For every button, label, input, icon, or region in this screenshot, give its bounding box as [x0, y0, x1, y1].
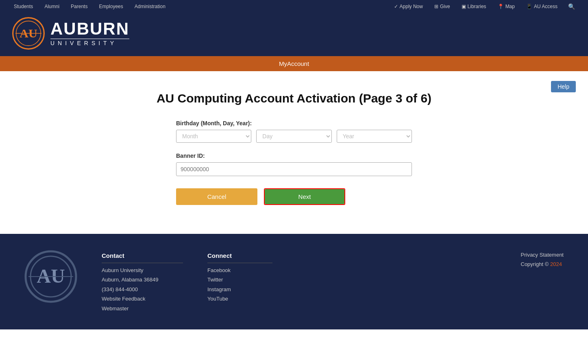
- banner-id-field: Banner ID:: [176, 153, 412, 176]
- footer-contact: Contact Auburn University Auburn, Alabam…: [102, 250, 183, 313]
- nav-map[interactable]: 📍 Map: [492, 0, 520, 13]
- footer-legal: Privacy Statement Copyright © 2024: [521, 250, 564, 269]
- cancel-button[interactable]: Cancel: [176, 188, 257, 205]
- site-header: AU AUBURN UNIVERSITY: [0, 13, 588, 56]
- birthday-day-select[interactable]: Day 12345 678910 1112131415 1617181920 2…: [256, 130, 331, 143]
- nav-give[interactable]: ⊞ Give: [429, 0, 456, 13]
- footer-logo: AU: [24, 250, 77, 304]
- copyright-year: 2024: [550, 261, 562, 267]
- nav-parents[interactable]: Parents: [65, 0, 93, 13]
- checkmark-icon: ✓: [394, 0, 398, 13]
- book-icon: ▣: [462, 0, 466, 13]
- footer-privacy-link[interactable]: Privacy Statement: [521, 250, 564, 259]
- page-title: AU Computing Account Activation (Page 3 …: [16, 92, 572, 105]
- nav-alumni[interactable]: Alumni: [39, 0, 65, 13]
- nav-apply-now[interactable]: ✓ Apply Now: [388, 0, 429, 13]
- banner-id-input[interactable]: [176, 162, 412, 176]
- footer-connect: Connect Facebook Twitter Instagram YouTu…: [207, 250, 272, 304]
- banner-id-label: Banner ID:: [176, 153, 412, 159]
- nav-students[interactable]: Students: [8, 0, 39, 13]
- birthday-row: Month JanuaryFebruaryMarch AprilMayJune …: [176, 130, 412, 143]
- footer-copyright: Copyright © 2024: [521, 261, 562, 267]
- next-button-wrapper: Next: [264, 188, 345, 205]
- nav-libraries[interactable]: ▣ Libraries: [456, 0, 492, 13]
- search-button[interactable]: 🔍: [563, 0, 580, 13]
- pin-icon: 📍: [498, 0, 504, 13]
- footer-au-logo-icon: AU: [24, 250, 77, 303]
- footer-connect-heading: Connect: [207, 250, 272, 263]
- form-buttons: Cancel Next: [176, 188, 412, 205]
- birthday-label: Birthday (Month, Day, Year):: [176, 120, 412, 126]
- footer-instagram-link[interactable]: Instagram: [207, 285, 272, 294]
- footer-phone: (334) 844-4000: [102, 286, 138, 292]
- myaccount-bar: MyAccount: [0, 56, 588, 71]
- top-nav-right: ✓ Apply Now ⊞ Give ▣ Libraries 📍 Map 📱 A…: [388, 0, 580, 13]
- footer-address: Auburn, Alabama 36849: [102, 277, 159, 283]
- footer-university-name: Auburn University: [102, 267, 144, 273]
- top-nav-left: Students Alumni Parents Employees Admini…: [8, 0, 171, 13]
- footer-website-feedback-link[interactable]: Website Feedback: [102, 294, 183, 303]
- gift-icon: ⊞: [434, 0, 438, 13]
- footer-facebook-link[interactable]: Facebook: [207, 266, 272, 275]
- svg-text:AU: AU: [37, 265, 65, 287]
- site-footer: AU Contact Auburn University Auburn, Ala…: [0, 234, 588, 329]
- activation-form: Birthday (Month, Day, Year): Month Janua…: [176, 120, 412, 205]
- birthday-month-select[interactable]: Month JanuaryFebruaryMarch AprilMayJune …: [176, 130, 251, 143]
- footer-webmaster-link[interactable]: Webmaster: [102, 304, 183, 313]
- top-navigation: Students Alumni Parents Employees Admini…: [0, 0, 588, 13]
- footer-contact-heading: Contact: [102, 250, 183, 263]
- footer-twitter-link[interactable]: Twitter: [207, 275, 272, 284]
- nav-administration[interactable]: Administration: [129, 0, 171, 13]
- main-content: Help AU Computing Account Activation (Pa…: [0, 71, 588, 234]
- mobile-icon: 📱: [526, 0, 532, 13]
- footer-youtube-link[interactable]: YouTube: [207, 294, 272, 303]
- university-logo-link[interactable]: AU AUBURN UNIVERSITY: [12, 17, 129, 50]
- nav-employees[interactable]: Employees: [93, 0, 128, 13]
- next-button[interactable]: Next: [265, 189, 344, 204]
- help-button[interactable]: Help: [551, 81, 576, 92]
- university-name: AUBURN UNIVERSITY: [50, 20, 129, 46]
- birthday-year-select[interactable]: Year 2006200520042003 2002200120001999 1…: [337, 130, 412, 143]
- nav-au-access[interactable]: 📱 AU Access: [520, 0, 563, 13]
- au-logo-icon: AU: [12, 17, 45, 50]
